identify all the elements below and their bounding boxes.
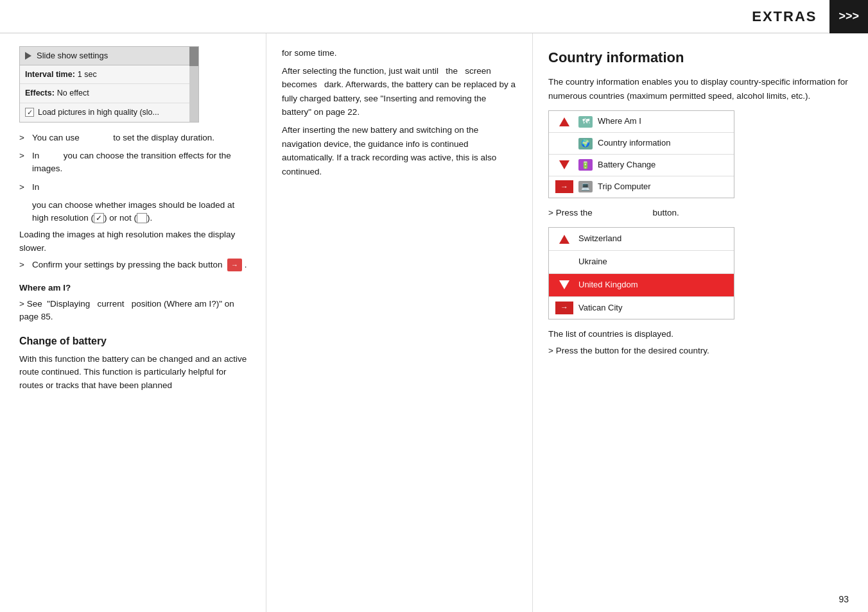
country-row-vatican: → Vatican City	[549, 297, 734, 319]
header-arrows: >>>	[829, 0, 868, 33]
battery-text: With this function the battery can be ch…	[19, 353, 250, 392]
left-column: Slide show settings Interval time: 1 sec…	[0, 33, 266, 612]
device-menu: 🗺 Where Am I 🌍 Country information 🔋 Bat…	[548, 110, 734, 198]
effects-row: Effects: No effect	[20, 84, 189, 103]
interval-label: Interval time:	[25, 69, 75, 81]
indent-text: you can choose whether images should be …	[19, 199, 250, 225]
battery-heading: Change of battery	[19, 334, 250, 349]
country-switzerland: Switzerland	[578, 232, 621, 246]
press-desired-text: > Press the button for the desired count…	[548, 344, 853, 358]
confirm-text: > Confirm your settings by pressing the …	[19, 259, 250, 272]
menu-row-trip: → 💻 Trip Computer	[549, 176, 734, 198]
back-button-icon: →	[227, 259, 242, 272]
menu-row-where: 🗺 Where Am I	[549, 111, 734, 133]
load-row: Load pictures in high quality (slo...	[20, 103, 189, 122]
bullet-1: > You can use to set the display duratio…	[19, 132, 250, 144]
country-list: Switzerland Ukraine United Kingdom → Vat…	[548, 227, 734, 319]
interval-row: Interval time: 1 sec	[20, 65, 189, 85]
country-intro: The country information enables you to d…	[548, 75, 853, 103]
para3: After inserting the new battery and swit…	[282, 123, 517, 178]
menu-row-battery: 🔋 Battery Change	[549, 155, 734, 176]
load-checkbox[interactable]	[25, 108, 34, 117]
country-vatican: Vatican City	[578, 302, 622, 315]
country-row-ukraine: Ukraine	[549, 251, 734, 274]
para2: After selecting the function, just wait …	[282, 64, 517, 119]
menu-label-trip: Trip Computer	[598, 180, 651, 194]
slideshow-title: Slide show settings	[37, 49, 108, 62]
battery-icon: 🔋	[578, 159, 593, 171]
back-icon: →	[555, 180, 573, 193]
country-row-uk: United Kingdom	[549, 274, 734, 297]
para1: for some time.	[282, 46, 517, 60]
effects-value: No effect	[57, 87, 89, 99]
computer-icon: 💻	[578, 181, 593, 192]
menu-label-battery: Battery Change	[598, 158, 655, 172]
btn-down[interactable]	[555, 160, 573, 169]
menu-row-country: 🌍 Country information	[549, 133, 734, 155]
triangle-down-icon2	[559, 280, 569, 289]
where-heading: Where am I?	[19, 282, 250, 294]
btn-down-country[interactable]	[555, 280, 573, 289]
bullet-list: > You can use to set the display duratio…	[19, 132, 250, 272]
triangle-up-icon2	[559, 235, 569, 244]
slideshow-title-bar: Slide show settings	[20, 47, 189, 65]
map-icon: 🗺	[578, 116, 593, 128]
list-displayed-text: The list of countries is displayed.	[548, 327, 853, 341]
right-column: Country information The country informat…	[533, 33, 868, 612]
btn-up-country[interactable]	[555, 235, 573, 244]
page-header: EXTRAS >>>	[0, 0, 868, 33]
empty-box-icon	[137, 213, 147, 223]
page-number: 93	[838, 594, 849, 604]
scrollbar-handle[interactable]	[189, 47, 198, 66]
loading-text: Loading the images at high resolution ma…	[19, 228, 250, 255]
bullet-3: > In	[19, 181, 250, 194]
scrollbar[interactable]	[189, 47, 198, 122]
slideshow-widget: Slide show settings Interval time: 1 sec…	[19, 46, 199, 123]
effects-label: Effects:	[25, 87, 55, 99]
where-text: > See "Displaying current position (Wher…	[19, 298, 250, 324]
play-icon	[25, 52, 31, 60]
bullet-2: > In you can choose the transition effec…	[19, 149, 250, 176]
page-content: Slide show settings Interval time: 1 sec…	[0, 33, 868, 612]
triangle-down-icon	[559, 160, 569, 169]
menu-label-where: Where Am I	[598, 115, 641, 128]
btn-back[interactable]: →	[555, 180, 573, 193]
load-label: Load pictures in high quality (slo...	[38, 106, 159, 119]
mid-column: for some time. After selecting the funct…	[266, 33, 533, 612]
btn-up[interactable]	[555, 117, 573, 126]
triangle-up-icon	[559, 117, 569, 126]
back-icon2: →	[555, 302, 573, 314]
checkmark-icon: ✓	[94, 213, 104, 223]
country-ukraine: Ukraine	[578, 255, 607, 269]
country-info-heading: Country information	[548, 46, 853, 69]
btn-back-country[interactable]: →	[555, 302, 573, 314]
interval-value: 1 sec	[78, 69, 97, 81]
country-row-switzerland: Switzerland	[549, 228, 734, 251]
country-uk: United Kingdom	[578, 278, 638, 292]
press-btn-text: > Press the button.	[548, 206, 853, 220]
menu-label-country: Country information	[598, 137, 670, 150]
globe-icon: 🌍	[578, 138, 593, 149]
header-title: EXTRAS	[752, 8, 829, 25]
